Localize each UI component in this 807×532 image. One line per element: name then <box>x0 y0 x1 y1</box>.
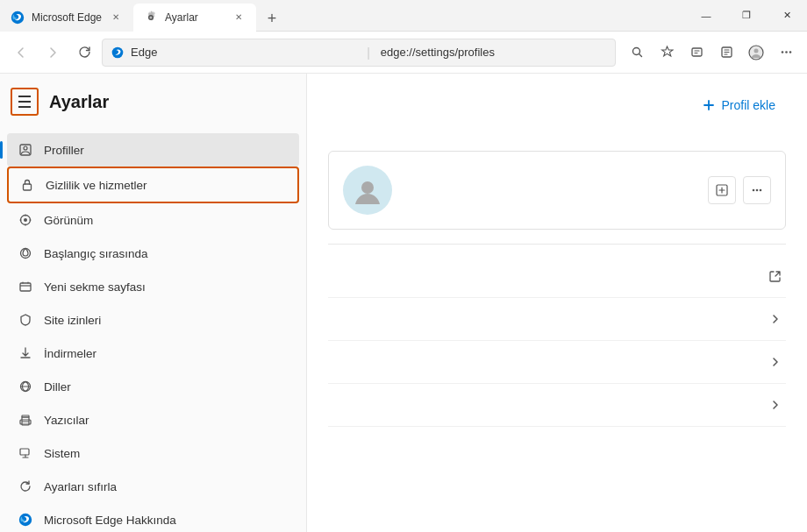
section-row-2 <box>328 298 786 341</box>
sidebar-item-diller[interactable]: Diller <box>7 370 299 403</box>
hamburger-icon <box>18 96 31 108</box>
tab1-title: Microsoft Edge <box>32 11 102 24</box>
sidebar-item-indirmeler[interactable]: İndirmeler <box>7 337 299 370</box>
profile-card <box>328 151 786 230</box>
sidebar-item-ayarlar-sifirla[interactable]: Ayarları sıfırla <box>7 470 299 503</box>
new-tab-button[interactable]: + <box>260 7 284 32</box>
sidebar-item-sistem[interactable]: Sistem <box>7 436 299 470</box>
address-url: edge://settings/profiles <box>381 46 606 59</box>
profile-more-button[interactable] <box>743 176 771 204</box>
star-icon <box>661 46 674 59</box>
edge-address-icon <box>111 46 124 59</box>
shield-icon <box>18 312 33 328</box>
profile-button[interactable] <box>742 39 770 67</box>
favorites-button[interactable] <box>653 39 681 67</box>
sidebar-item-yeni-sekme[interactable]: Yeni sekme sayfası <box>7 270 299 303</box>
svg-rect-19 <box>22 415 29 417</box>
chevron-right-button-2[interactable] <box>765 351 786 372</box>
sidebar-item-diller-label: Diller <box>44 380 71 394</box>
appearance-icon <box>18 212 33 228</box>
svg-point-24 <box>753 189 755 192</box>
external-link-icon[interactable] <box>765 266 786 287</box>
section-divider-1 <box>328 244 786 245</box>
profile-icon <box>748 45 764 60</box>
browser-essentials-icon <box>720 46 733 59</box>
svg-point-11 <box>24 146 27 150</box>
add-profile-label: Profil ekle <box>722 98 775 112</box>
chevron-right-button-1[interactable] <box>765 309 786 330</box>
svg-point-14 <box>24 218 27 222</box>
svg-point-15 <box>21 249 31 259</box>
chevron-right-button-3[interactable] <box>765 394 786 415</box>
forward-icon <box>46 46 59 59</box>
profile-manage-button[interactable] <box>708 176 736 204</box>
browser-essentials-button[interactable] <box>712 39 740 67</box>
sidebar-item-site-izinleri[interactable]: Site izinleri <box>7 303 299 337</box>
collections-button[interactable] <box>682 39 711 67</box>
section-row-1 <box>328 255 786 298</box>
gear-tab-icon <box>144 11 158 25</box>
startup-icon <box>18 245 33 261</box>
reset-icon <box>18 479 33 494</box>
sidebar-item-gorunum[interactable]: Görünüm <box>7 203 299 237</box>
content-area: Profil ekle <box>307 74 807 532</box>
close-button[interactable]: ✕ <box>767 0 807 32</box>
section-row-4 <box>328 384 786 427</box>
tab-ayarlar[interactable]: Ayarlar ✕ <box>133 4 256 32</box>
sidebar-header: Ayarlar <box>0 74 306 130</box>
sidebar-item-gorunum-label: Görünüm <box>44 214 93 227</box>
refresh-button[interactable] <box>70 39 98 67</box>
sidebar-item-gizlilik-label: Gizlilik ve hizmetler <box>46 179 147 192</box>
section-row-3 <box>328 341 786 384</box>
minimize-button[interactable]: — <box>686 0 726 32</box>
search-button[interactable] <box>623 39 651 67</box>
forward-button[interactable] <box>39 39 67 67</box>
address-edge-label: Edge <box>131 46 356 59</box>
sidebar-item-indirmeler-label: İndirmeler <box>44 347 96 360</box>
nav-right-buttons <box>623 39 800 67</box>
edge-tab-icon <box>11 11 25 25</box>
sidebar-item-edge-hakkinda[interactable]: Microsoft Edge Hakkında <box>7 503 299 532</box>
sidebar-item-site-izinleri-label: Site izinleri <box>44 314 101 327</box>
main-content: Ayarlar Profiller Gizlilik ve hizmetler <box>0 74 807 532</box>
back-button[interactable] <box>7 39 35 67</box>
settings-more-button[interactable] <box>772 39 800 67</box>
address-separator: | <box>367 46 370 60</box>
sidebar-item-profiller-label: Profiller <box>44 144 84 157</box>
sidebar-item-yazicilar[interactable]: Yazıcılar <box>7 403 299 436</box>
svg-rect-3 <box>692 48 702 56</box>
manage-icon <box>715 183 729 197</box>
add-profile-button[interactable]: Profil ekle <box>692 91 786 119</box>
address-bar[interactable]: Edge | edge://settings/profiles <box>102 39 616 67</box>
printer-icon <box>18 412 33 428</box>
titlebar: Microsoft Edge ✕ Ayarlar ✕ + — ❐ ✕ <box>0 0 807 32</box>
sidebar-item-baslangic[interactable]: Başlangıç sırasında <box>7 237 299 270</box>
sidebar-item-gizlilik[interactable]: Gizlilik ve hizmetler <box>7 167 299 203</box>
add-icon <box>703 99 715 111</box>
sidebar-item-baslangic-label: Başlangıç sırasında <box>44 247 148 260</box>
avatar-icon <box>352 174 383 206</box>
system-icon <box>18 445 33 461</box>
edge-logo-icon <box>18 512 33 528</box>
window-controls: — ❐ ✕ <box>686 0 807 32</box>
collections-icon <box>690 46 703 59</box>
menu-button[interactable] <box>11 88 39 116</box>
person-icon <box>18 142 33 158</box>
tab2-close[interactable]: ✕ <box>232 11 246 25</box>
lock-icon <box>19 177 35 193</box>
sidebar-item-ayarlar-sifirla-label: Ayarları sıfırla <box>44 480 117 493</box>
sidebar-item-profiller[interactable]: Profiller <box>7 133 299 167</box>
tab1-close[interactable]: ✕ <box>109 11 123 25</box>
profile-actions <box>708 176 771 204</box>
svg-point-9 <box>789 51 791 53</box>
profile-avatar <box>343 166 392 215</box>
svg-point-1 <box>112 46 124 58</box>
navbar: Edge | edge://settings/profiles <box>0 32 807 74</box>
more-dots-icon <box>751 184 763 196</box>
tab-microsoft-edge[interactable]: Microsoft Edge ✕ <box>0 4 133 32</box>
newtab-icon <box>18 279 33 294</box>
sidebar-item-edge-hakkinda-label: Microsoft Edge Hakkında <box>44 514 176 527</box>
sidebar-title: Ayarlar <box>49 92 109 112</box>
svg-point-25 <box>756 189 759 192</box>
restore-button[interactable]: ❐ <box>726 0 767 32</box>
